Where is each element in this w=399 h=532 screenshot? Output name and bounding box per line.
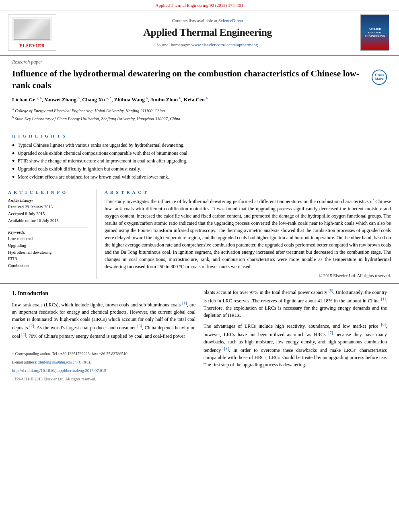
elsevier-graphic [12, 17, 52, 41]
elsevier-logo: ELSEVIER [8, 14, 56, 51]
keyword-5: Combustion [8, 263, 88, 269]
footnote-area: * Corresponding author. Tel.: +86 139517… [12, 348, 195, 382]
author-5-sup: b [179, 96, 181, 100]
highlight-item-5: More evident effects are obtained for ra… [12, 174, 387, 181]
abstract-title: A B S T R A C T [105, 189, 391, 195]
intro-paragraph-2: plants account for over 97% in the total… [204, 288, 387, 319]
journal-header: ELSEVIER Contents lists available at Sci… [0, 10, 399, 55]
body-right-column: plants account for over 97% in the total… [204, 288, 387, 385]
journal-cover: APPLIED THERMAL ENGINEERING [360, 14, 389, 51]
article-info-column: A R T I C L E I N F O Article history: R… [8, 189, 97, 279]
intro-paragraph-3: The advantages of LRCs include high reac… [204, 321, 387, 368]
article-history: Article history: Received 29 January 201… [8, 198, 88, 224]
ref-1b[interactable]: [1] [381, 297, 386, 301]
keywords-label: Keywords: [8, 230, 88, 235]
homepage-link[interactable]: www.elsevier.com/locate/apthermeng [191, 42, 258, 47]
history-label: Article history: [8, 198, 88, 203]
author-6-sup: b [206, 96, 208, 100]
divider-info [8, 228, 88, 228]
journal-homepage: journal homepage: www.elsevier.com/locat… [60, 42, 355, 48]
journal-citation: Applied Thermal Engineering 90 (2015) 17… [0, 0, 399, 10]
article-info-title: A R T I C L E I N F O [8, 189, 88, 195]
accepted-date: Accepted 8 July 2015 [8, 211, 88, 217]
article-title: Influence of the hydrothermal dewatering… [12, 68, 368, 91]
ref-3[interactable]: [3] [137, 324, 142, 328]
info-abstract-section: A R T I C L E I N F O Article history: R… [0, 186, 399, 283]
svg-point-1 [19, 20, 33, 32]
abstract-column: A B S T R A C T This study investigates … [97, 189, 391, 279]
author-4-sup: b [146, 96, 148, 100]
abstract-copyright: © 2015 Elsevier Ltd. All rights reserved… [105, 273, 391, 279]
abstract-text: This study investigates the influence of… [105, 198, 391, 270]
author-4: Zhihua Wang [114, 97, 145, 103]
ref-8[interactable]: [8] [224, 346, 229, 351]
ref-2[interactable]: [2] [29, 324, 34, 328]
highlight-item-1: Typical Chinese lignites with various ra… [12, 142, 387, 149]
svg-point-3 [25, 25, 35, 33]
highlights-title: H I G H L I G H T S [12, 133, 387, 139]
doi-line: http://dx.doi.org/10.1016/j.applthermale… [12, 368, 195, 374]
highlight-item-4: Upgraded coals exhibit difficulty in ign… [12, 166, 387, 173]
ref-1[interactable]: [1] [182, 301, 187, 305]
journal-thumbnail: APPLIED THERMAL ENGINEERING [359, 14, 391, 51]
article-type: Research paper [0, 55, 399, 66]
crossmark-icon: Cross Mark [372, 70, 387, 85]
svg-text:Cross: Cross [375, 73, 384, 77]
divider-1 [8, 128, 391, 128]
author-6: Kefa Cen [184, 97, 205, 103]
keyword-3: Hydrothermal dewatering [8, 250, 88, 256]
elsevier-name: ELSEVIER [19, 43, 45, 49]
ref-7[interactable]: [7] [328, 331, 333, 335]
keyword-2: Upgrading [8, 243, 88, 249]
svg-rect-0 [14, 18, 50, 40]
svg-point-2 [17, 25, 27, 33]
section-1-heading: 1. Introduction [12, 289, 195, 298]
sciencedirect-link[interactable]: ScienceDirect [218, 18, 243, 23]
highlights-section: H I G H L I G H T S Typical Chinese lign… [0, 131, 399, 185]
footnote-corresponding: * Corresponding author. Tel.: +86 139517… [12, 351, 195, 357]
ref-5[interactable]: [5] [329, 288, 333, 293]
highlight-item-2: Upgraded coals exhibit chemical composit… [12, 150, 387, 157]
author-2: Yanwei Zhang [44, 97, 76, 103]
author-5: Junhu Zhou [150, 97, 178, 103]
sciencedirect-line: Contents lists available at ScienceDirec… [60, 18, 355, 24]
intro-paragraph-1: Low-rank coals (LRCs), which include lig… [12, 300, 195, 340]
available-date: Available online 16 July 2015 [8, 218, 88, 224]
keywords-section: Keywords: Low-rank coal Upgrading Hydrot… [8, 230, 88, 269]
journal-title-area: Contents lists available at ScienceDirec… [60, 14, 355, 51]
affiliation-a: a College of Energy and Electrical Engin… [12, 106, 387, 114]
author-3: Chang Xu [82, 97, 105, 103]
journal-name: Applied Thermal Engineering [60, 25, 355, 40]
received-date: Received 29 January 2013 [8, 204, 88, 210]
svg-rect-5 [14, 37, 50, 40]
author-3-sup: a, * [106, 96, 111, 100]
issn-line: 1359-4311/© 2015 Elsevier Ltd. All right… [12, 376, 195, 382]
author-1-sup: a, b [37, 96, 42, 100]
footnote-email: E-mail address: zhufengxu@hhu.edu.cn (C.… [12, 359, 195, 365]
body-left-column: 1. Introduction Low-rank coals (LRCs), w… [12, 288, 195, 385]
keyword-1: Low-rank coal [8, 236, 88, 242]
affiliation-b: b State Key Laboratory of Clean Energy U… [12, 114, 387, 122]
journal-cover-title: APPLIED THERMAL ENGINEERING [365, 27, 385, 38]
article-title-area: Influence of the hydrothermal dewatering… [0, 66, 399, 94]
svg-rect-4 [25, 33, 27, 38]
email-link[interactable]: zhufengxu@hhu.edu.cn [38, 360, 76, 364]
highlights-list: Typical Chinese lignites with various ra… [12, 142, 387, 181]
main-content: 1. Introduction Low-rank coals (LRCs), w… [0, 283, 399, 389]
authors-line: Lichao Ge a, b, Yanwei Zhang b, Chang Xu… [0, 94, 399, 105]
keyword-4: FTIR [8, 256, 88, 262]
author-1: Lichao Ge [12, 97, 35, 103]
ref-4[interactable]: [4] [21, 332, 26, 337]
author-2-sup: b [78, 96, 80, 100]
doi-link[interactable]: http://dx.doi.org/10.1016/j.applthermale… [12, 368, 106, 373]
citation-text: Applied Thermal Engineering 90 (2015) 17… [156, 3, 244, 8]
svg-text:Mark: Mark [375, 77, 384, 81]
affiliations: a College of Energy and Electrical Engin… [0, 105, 399, 126]
highlight-item-3: FTIR show the change of microstructure a… [12, 158, 387, 164]
body-columns: 1. Introduction Low-rank coals (LRCs), w… [12, 288, 387, 385]
ref-6[interactable]: [6] [381, 322, 386, 327]
